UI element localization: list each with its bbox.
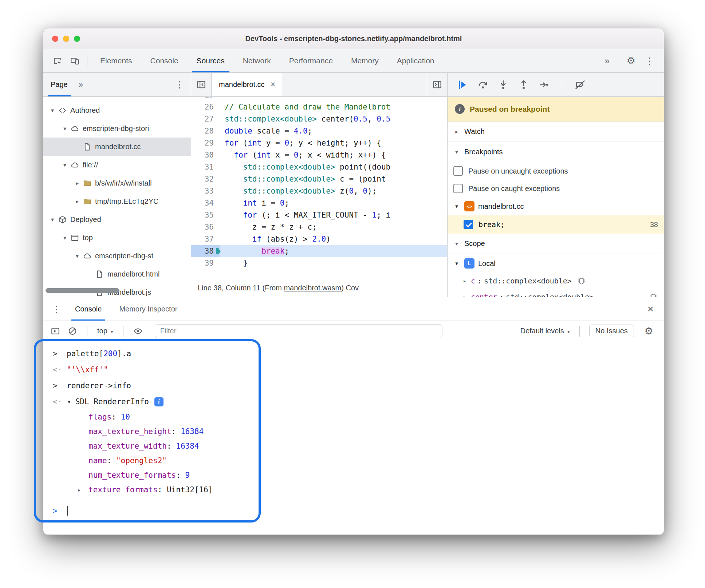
issues-counter[interactable]: No Issues (589, 325, 634, 337)
filter-input[interactable] (155, 324, 442, 338)
line-number[interactable]: 36 (191, 221, 220, 233)
toggle-debugger-sidebar-button[interactable] (427, 73, 447, 96)
expander-icon[interactable]: ▸ (72, 180, 82, 187)
line-number[interactable]: 34 (191, 197, 220, 209)
line-number[interactable]: 38 (191, 245, 220, 257)
memory-inspector-icon[interactable] (577, 276, 586, 286)
step-over-button[interactable] (477, 79, 489, 91)
console-property[interactable]: flags: 10 (43, 410, 664, 424)
drawer-tab-memory-inspector[interactable]: Memory Inspector (115, 297, 181, 321)
console-prompt[interactable]: > (43, 503, 664, 519)
object-expand-triangle-icon[interactable]: ▾ (67, 398, 71, 405)
console-sidebar-toggle-icon[interactable] (49, 325, 62, 337)
expander-icon[interactable]: ▸ (72, 198, 82, 205)
expander-icon[interactable]: ▾ (60, 234, 70, 241)
tree-item-emscripten-dbg-stori[interactable]: ▾emscripten-dbg-stori (43, 119, 191, 138)
expander-icon[interactable]: ▾ (60, 125, 70, 132)
tab-console[interactable]: Console (141, 49, 188, 72)
tree-item-authored[interactable]: ▾Authored (43, 101, 191, 119)
tab-page[interactable]: Page (43, 73, 75, 96)
console-property[interactable]: num_texture_formats: 9 (43, 468, 664, 482)
chevron-down-icon[interactable] (453, 241, 461, 247)
scope-variable-center[interactable]: center : std::complex<double> (448, 289, 664, 297)
tab-sources[interactable]: Sources (188, 49, 234, 72)
expander-icon[interactable]: ▾ (72, 253, 82, 259)
step-button[interactable] (538, 79, 550, 91)
breakpoint-enabled-checkbox[interactable] (464, 220, 473, 229)
line-number[interactable]: 27 (191, 113, 220, 125)
close-drawer-icon[interactable]: × (641, 297, 660, 321)
pause-uncaught-option[interactable]: Pause on uncaught exceptions (448, 162, 664, 180)
line-number[interactable]: 28 (191, 125, 220, 137)
line-number[interactable]: 39 (191, 257, 220, 269)
scope-section-header[interactable]: Scope (448, 234, 664, 254)
tab-network[interactable]: Network (234, 49, 280, 72)
scope-variable-c[interactable]: c : std::complex<double> (448, 273, 664, 289)
chevron-right-icon[interactable] (461, 294, 469, 297)
breakpoints-section-header[interactable]: Breakpoints (448, 142, 664, 162)
line-number[interactable]: 26 (191, 101, 220, 113)
console-property[interactable]: max_texture_height: 16384 (43, 424, 664, 439)
pause-caught-option[interactable]: Pause on caught exceptions (448, 180, 664, 197)
console-property[interactable]: name: "opengles2" (43, 453, 664, 468)
drawer-tab-console[interactable]: Console (71, 297, 105, 321)
chevron-right-icon[interactable] (453, 128, 461, 135)
line-number[interactable]: 37 (191, 233, 220, 245)
pause-caught-checkbox[interactable] (453, 184, 463, 193)
breakpoint-file-group[interactable]: mandelbrot.cc (448, 197, 664, 215)
context-selector[interactable]: top (96, 327, 115, 335)
step-into-button[interactable] (497, 79, 509, 91)
tab-performance[interactable]: Performance (280, 49, 342, 72)
tree-item-tmp-tmp-elctq2yc[interactable]: ▸tmp/tmp.ELcTq2YC (43, 192, 191, 210)
navigator-menu-kebab-icon[interactable]: ⋮ (169, 73, 191, 96)
scope-local-row[interactable]: Local (448, 254, 664, 273)
expander-icon[interactable]: ▾ (60, 162, 70, 168)
line-number[interactable]: 25 (191, 97, 220, 101)
chevron-down-icon[interactable] (453, 149, 461, 155)
expand-triangle-icon[interactable]: ▸ (78, 486, 81, 493)
close-tab-icon[interactable]: × (271, 80, 275, 90)
deactivate-breakpoints-button[interactable] (574, 79, 586, 91)
clear-console-icon[interactable] (66, 325, 79, 337)
tab-memory[interactable]: Memory (342, 49, 388, 72)
info-badge-icon[interactable]: i (154, 397, 164, 406)
console-property[interactable]: ▸texture_formats: Uint32[16] (43, 482, 664, 497)
expander-icon[interactable]: ▾ (48, 107, 57, 114)
hide-navigator-button[interactable] (191, 73, 212, 96)
breakpoint-entry[interactable]: break; 38 (448, 215, 664, 234)
console-property[interactable]: max_texture_width: 16384 (43, 439, 664, 453)
tree-item-mandelbrot-html[interactable]: mandelbrot.html (43, 265, 191, 283)
chevron-down-icon[interactable] (453, 203, 461, 210)
device-toolbar-button[interactable] (66, 52, 83, 69)
zoom-window-button[interactable] (74, 36, 80, 42)
memory-inspector-icon[interactable] (649, 292, 658, 297)
settings-gear-icon[interactable]: ⚙ (622, 55, 640, 67)
step-out-button[interactable] (517, 79, 530, 91)
line-number[interactable]: 31 (191, 161, 220, 173)
watch-section-header[interactable]: Watch (448, 122, 664, 142)
tree-item-file[interactable]: ▾file:// (43, 156, 191, 174)
tab-application[interactable]: Application (388, 49, 444, 72)
drawer-menu-kebab-icon[interactable]: ⋮ (47, 297, 66, 321)
tab-elements[interactable]: Elements (91, 49, 141, 72)
pause-uncaught-checkbox[interactable] (453, 166, 463, 176)
tree-item-top[interactable]: ▾top (43, 229, 191, 247)
live-expression-eye-icon[interactable] (132, 325, 144, 337)
more-navigator-tabs-button[interactable]: » (75, 73, 87, 96)
more-tabs-button[interactable]: » (600, 56, 614, 66)
expander-icon[interactable]: ▾ (48, 216, 57, 223)
line-number[interactable]: 32 (191, 173, 220, 185)
horizontal-scrollbar[interactable] (46, 288, 119, 293)
log-levels-selector[interactable]: Default levels (520, 327, 570, 335)
line-number[interactable]: 35 (191, 209, 220, 221)
tree-item-b-s-w-ir-x-w-install[interactable]: ▸b/s/w/ir/x/w/install (43, 174, 191, 192)
tree-item-emscripten-dbg-st[interactable]: ▾emscripten-dbg-st (43, 247, 191, 265)
chevron-down-icon[interactable] (453, 260, 461, 267)
line-number[interactable]: 33 (191, 185, 220, 197)
inspect-element-button[interactable] (48, 52, 66, 69)
tree-item-mandelbrot-cc[interactable]: mandelbrot.cc (43, 138, 191, 156)
editor-tab-mandelbrot-cc[interactable]: mandelbrot.cc × (212, 73, 283, 96)
chevron-right-icon[interactable] (461, 278, 469, 284)
console-settings-gear-icon[interactable]: ⚙ (640, 325, 658, 337)
wasm-source-link[interactable]: mandelbrot.wasm (284, 284, 341, 292)
